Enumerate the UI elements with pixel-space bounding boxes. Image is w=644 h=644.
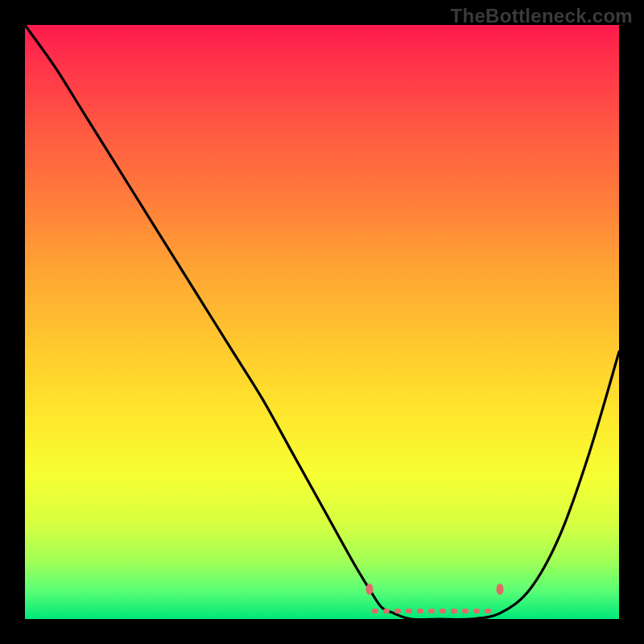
marker-right (497, 584, 504, 595)
curve-markers (25, 25, 619, 619)
chart-plot-area (25, 25, 619, 619)
watermark-text: TheBottleneck.com (451, 5, 633, 27)
marker-left (366, 584, 374, 595)
